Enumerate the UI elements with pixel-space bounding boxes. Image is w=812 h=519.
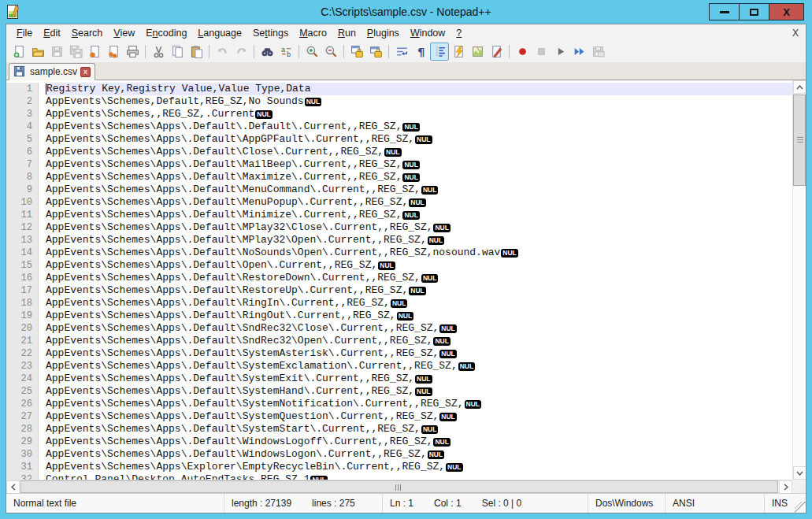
editor-line-11[interactable]: 11AppEvents\Schemes\Apps\.Default\Minimi… [6,209,792,221]
editor-line-18[interactable]: 18AppEvents\Schemes\Apps\.Default\RingIn… [6,297,792,310]
editor-line-15[interactable]: 15AppEvents\Schemes\Apps\.Default\Open\.… [6,259,792,272]
line-number[interactable]: 20 [6,322,39,335]
menu-item-settings[interactable]: Settings [247,26,294,40]
paste-button[interactable] [187,43,206,61]
editor-line-27[interactable]: 27AppEvents\Schemes\Apps\.Default\System… [6,410,792,423]
user-defined-dialog-button[interactable] [487,43,506,61]
close-all-button[interactable] [104,43,123,61]
sync-vertical-scroll-button[interactable] [347,43,366,61]
menu-item-file[interactable]: File [11,26,38,40]
line-number[interactable]: 7 [6,158,39,171]
editor-line-30[interactable]: 30AppEvents\Schemes\Apps\.Default\Window… [6,448,792,461]
undo-button[interactable] [213,43,232,61]
editor-line-10[interactable]: 10AppEvents\Schemes\Apps\.Default\MenuPo… [6,196,792,209]
scroll-down-button[interactable] [793,466,806,480]
open-file-button[interactable] [28,43,47,61]
titlebar[interactable]: C:\Scripts\sample.csv - Notepad++ X [0,0,812,24]
tab-sample-csv[interactable]: sample.csv x [9,63,95,80]
line-number[interactable]: 21 [6,335,39,347]
cut-button[interactable] [149,43,168,61]
editor[interactable]: 1Registry Key,Registry Value,Value Type,… [6,80,792,480]
redo-button[interactable] [232,43,250,61]
editor-line-28[interactable]: 28AppEvents\Schemes\Apps\.Default\System… [6,423,792,436]
save-macro-button[interactable] [588,43,607,61]
menu-item-plugins[interactable]: Plugins [362,26,405,40]
show-all-characters-button[interactable]: ¶ [411,43,430,61]
editor-line-24[interactable]: 24AppEvents\Schemes\Apps\.Default\System… [6,373,792,385]
editor-line-1[interactable]: 1Registry Key,Registry Value,Value Type,… [6,83,792,95]
editor-line-19[interactable]: 19AppEvents\Schemes\Apps\.Default\RingOu… [6,310,792,322]
minimize-button[interactable] [709,3,740,20]
maximize-button[interactable] [739,3,769,20]
zoom-in-button[interactable] [302,43,321,61]
menu-item-edit[interactable]: Edit [38,26,66,40]
line-number[interactable]: 5 [6,133,39,146]
replace-button[interactable]: ab [276,43,295,61]
status-insert-mode[interactable]: INS [765,494,806,513]
line-number[interactable]: 23 [6,360,39,373]
editor-line-9[interactable]: 9AppEvents\Schemes\Apps\.Default\MenuCom… [6,184,792,196]
line-number[interactable]: 6 [6,146,39,158]
line-number[interactable]: 11 [6,209,39,221]
line-number[interactable]: 18 [6,297,39,310]
scroll-right-button[interactable] [779,480,792,493]
editor-line-26[interactable]: 26AppEvents\Schemes\Apps\.Default\System… [6,398,792,410]
status-encoding[interactable]: ANSI [666,494,765,513]
line-number[interactable]: 12 [6,221,39,234]
editor-line-8[interactable]: 8AppEvents\Schemes\Apps\.Default\Maximiz… [6,171,792,184]
editor-line-6[interactable]: 6AppEvents\Schemes\Apps\.Default\Close\.… [6,146,792,158]
line-number[interactable]: 24 [6,373,39,385]
tab-close-icon[interactable]: x [80,67,91,77]
zoom-out-button[interactable] [321,43,340,61]
line-number[interactable]: 14 [6,247,39,259]
close-button[interactable]: X [769,3,804,20]
editor-line-2[interactable]: 2AppEvents\Schemes,Default,REG_SZ,No Sou… [6,95,792,108]
menu-item-encoding[interactable]: Encoding [140,26,192,40]
editor-line-16[interactable]: 16AppEvents\Schemes\Apps\.Default\Restor… [6,272,792,284]
horizontal-scrollbar-thumb[interactable] [20,480,778,493]
run-macro-multiple-button[interactable] [569,43,588,61]
line-number[interactable]: 27 [6,410,39,423]
editor-line-13[interactable]: 13AppEvents\Schemes\Apps\.Default\MPlay3… [6,234,792,247]
close-file-button[interactable] [85,43,104,61]
line-number[interactable]: 8 [6,171,39,184]
scroll-up-button[interactable] [793,80,806,94]
editor-line-4[interactable]: 4AppEvents\Schemes\Apps\.Default\.Defaul… [6,120,792,133]
line-number[interactable]: 4 [6,120,39,133]
line-number[interactable]: 26 [6,398,39,410]
copy-button[interactable] [168,43,187,61]
line-number[interactable]: 28 [6,423,39,436]
menu-item-search[interactable]: Search [66,26,109,40]
line-number[interactable]: 3 [6,108,39,120]
notepad-plus-plus-app-icon[interactable] [5,3,22,20]
play-macro-button[interactable] [551,43,569,61]
editor-line-17[interactable]: 17AppEvents\Schemes\Apps\.Default\Restor… [6,284,792,297]
stop-macro-button[interactable] [532,43,551,61]
line-number[interactable]: 1 [6,83,39,95]
line-number[interactable]: 30 [6,448,39,461]
menubar-close-document-x[interactable]: X [792,28,799,39]
horizontal-scrollbar[interactable] [6,480,792,493]
line-number[interactable]: 19 [6,310,39,322]
record-macro-button[interactable] [513,43,532,61]
function-list-button[interactable] [449,43,468,61]
document-map-button[interactable] [468,43,487,61]
menu-item-help[interactable]: ? [450,26,467,40]
menu-item-macro[interactable]: Macro [294,26,332,40]
line-number[interactable]: 22 [6,347,39,360]
status-eol-format[interactable]: Dos\Windows [588,494,666,513]
menu-item-run[interactable]: Run [332,26,362,40]
line-number[interactable]: 31 [6,461,39,473]
print-button[interactable] [123,43,142,61]
line-number[interactable]: 13 [6,234,39,247]
editor-line-22[interactable]: 22AppEvents\Schemes\Apps\.Default\System… [6,347,792,360]
line-number[interactable]: 32 [6,473,39,480]
new-file-button[interactable] [9,43,28,61]
save-all-button[interactable] [66,43,85,61]
show-indent-guide-button[interactable] [430,43,449,61]
editor-line-14[interactable]: 14AppEvents\Schemes\Apps\.Default\NoSoun… [6,247,792,259]
editor-line-7[interactable]: 7AppEvents\Schemes\Apps\.Default\MailBee… [6,158,792,171]
editor-line-3[interactable]: 3AppEvents\Schemes,,REG_SZ,.CurrentNUL [6,108,792,120]
editor-line-31[interactable]: 31AppEvents\Schemes\Apps\Explorer\EmptyR… [6,461,792,473]
editor-line-5[interactable]: 5AppEvents\Schemes\Apps\.Default\AppGPFa… [6,133,792,146]
